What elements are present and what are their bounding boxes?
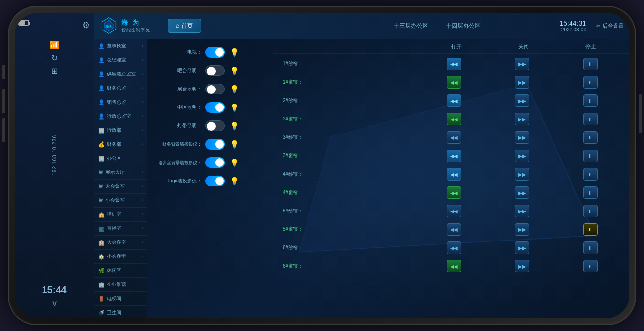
logo-proj-label: logo墙投影仪： (153, 178, 202, 184)
nav-item-broadcast[interactable]: 📺 直播室 › (94, 222, 147, 236)
app-header: 海为 海 为 智能控制系统 ⌂ 首页 十三层办公区 十四层办公区 (94, 13, 629, 39)
open-button-1sha[interactable]: ◀◀ (447, 58, 461, 70)
nav-sidebar: 👤 董事长室 › 👤 总经理室 › 👤 供应链总监室 › (94, 39, 147, 318)
main-area: 👤 董事长室 › 👤 总经理室 › 👤 供应链总监室 › (94, 39, 629, 318)
nav-item-lounge-large[interactable]: 🏨 大会客室 › (94, 236, 147, 250)
floor14-nav[interactable]: 十四层办公区 (442, 20, 484, 32)
toggle-knob (215, 103, 224, 112)
bar-toggle[interactable] (205, 65, 225, 76)
close-button-2sha[interactable]: ▶▶ (515, 94, 529, 107)
volume-up-button[interactable] (2, 89, 5, 113)
display-label: 展台照明： (153, 86, 202, 92)
nav-item-rest[interactable]: 🌿 休闲区 (94, 264, 147, 278)
floor13-nav[interactable]: 十三层办公区 (390, 20, 432, 32)
wifi-icon: 📶 (49, 40, 59, 49)
volume-down-button[interactable] (2, 118, 5, 142)
close-button-3sha[interactable]: ▶▶ (515, 131, 529, 144)
power-button[interactable] (639, 94, 642, 133)
nav-item-sales[interactable]: 👤 销售总监 › (94, 95, 147, 109)
close-button-1chuang[interactable]: ▶▶ (515, 76, 529, 89)
close-button-3chuang[interactable]: ▶▶ (515, 150, 529, 162)
close-button-6chuang[interactable]: ▶▶ (515, 260, 529, 272)
close-button-6sha[interactable]: ▶▶ (515, 241, 529, 254)
stop-button-5chuang[interactable]: ⏸ (583, 223, 598, 236)
curtain-row-1sha: 1#纱帘： ◀◀ ▶▶ ⏸ (273, 55, 629, 73)
center-toggle[interactable] (205, 102, 225, 113)
curtain-label-1sha: 1#纱帘： (278, 60, 420, 67)
stop-button-4chuang[interactable]: ⏸ (583, 186, 598, 199)
strip-toggle[interactable] (205, 120, 225, 131)
close-button-5chuang[interactable]: ▶▶ (515, 223, 529, 236)
stop-button-3chuang[interactable]: ⏸ (583, 150, 598, 162)
refresh-icon[interactable]: ↻ (51, 53, 58, 62)
nav-item-gm[interactable]: 👤 总经理室 › (94, 53, 147, 67)
open-button-3sha[interactable]: ◀◀ (447, 131, 461, 144)
curtain-headers: 打开 关闭 停止 (273, 43, 629, 54)
nav-item-admin-dept[interactable]: 🏢 行政部 › (94, 123, 147, 137)
stop-button-3sha[interactable]: ⏸ (583, 131, 598, 144)
stop-button-2chuang[interactable]: ⏸ (583, 113, 598, 125)
open-button-3chuang[interactable]: ◀◀ (447, 150, 461, 162)
gear-icon[interactable]: ⚙ (82, 20, 90, 30)
nav-item-conf-large[interactable]: 🏛 大会议室 › (94, 180, 147, 194)
train-proj-toggle[interactable] (205, 157, 225, 168)
nav-item-finance-dept[interactable]: 💰 财务部 › (94, 137, 147, 151)
open-button-1chuang[interactable]: ◀◀ (447, 76, 461, 89)
header-time: 15:44:31 (560, 19, 586, 27)
nav-item-training[interactable]: 🏫 培训室 › (94, 208, 147, 222)
curtain-row-1chuang: 1#窗帘： ◀◀ ▶▶ ⏸ (273, 73, 629, 91)
open-button-5sha[interactable]: ◀◀ (447, 205, 461, 217)
close-button-1sha[interactable]: ▶▶ (515, 58, 529, 70)
signal-icons: 📶 ↻ ⊞ (49, 40, 59, 75)
nav-item-restroom[interactable]: 🚿 卫生间 (94, 306, 147, 318)
close-button-2chuang[interactable]: ▶▶ (515, 113, 529, 125)
stop-button-4sha[interactable]: ⏸ (583, 168, 598, 181)
open-button-4chuang[interactable]: ◀◀ (447, 186, 461, 199)
nav-item-exhibition[interactable]: 🏛 展示大厅 › (94, 166, 147, 180)
nav-item-elevator[interactable]: 🚪 电梯间 (94, 292, 147, 306)
close-button-5sha[interactable]: ▶▶ (515, 205, 529, 217)
stop-button-6sha[interactable]: ⏸ (583, 241, 598, 254)
nav-item-conf-small[interactable]: 🏛 小会议室 › (94, 194, 147, 208)
stop-button-2sha[interactable]: ⏸ (583, 94, 598, 107)
building-icon: 🏢 (98, 127, 105, 134)
close-button-4sha[interactable]: ▶▶ (515, 168, 529, 181)
nav-item-office[interactable]: 🏢 办公区 (94, 151, 147, 166)
tv-toggle[interactable] (205, 47, 225, 58)
open-button-2sha[interactable]: ◀◀ (447, 94, 461, 107)
volume-mute-button[interactable] (2, 65, 5, 79)
nav-item-lounge-small[interactable]: 🏠 小会客室 › (94, 250, 147, 264)
stop-button-1chuang[interactable]: ⏸ (583, 76, 598, 89)
nav-item-company[interactable]: 🏢 企业景瑞 (94, 278, 147, 292)
open-button-2chuang[interactable]: ◀◀ (447, 113, 461, 125)
display-toggle[interactable] (205, 84, 225, 94)
stop-button-1sha[interactable]: ⏸ (583, 58, 598, 70)
open-button-6chuang[interactable]: ◀◀ (447, 260, 461, 272)
close-button-4chuang[interactable]: ▶▶ (515, 186, 529, 199)
nav-item-supply[interactable]: 👤 供应链总监室 › (94, 67, 147, 81)
curtain-row-2sha: 2#纱帘： ◀◀ ▶▶ ⏸ (273, 91, 629, 110)
stop-button-5sha[interactable]: ⏸ (583, 205, 598, 217)
nav-item-finance-dir[interactable]: 👤 财务总监 › (94, 81, 147, 95)
ios-sidebar: ⚙ 📶 ↻ ⊞ 192.168.10.236 15:44 ∨ (15, 13, 94, 318)
open-button-5chuang[interactable]: ◀◀ (447, 223, 461, 236)
stop-button-6chuang[interactable]: ⏸ (583, 260, 598, 272)
toggle-knob (215, 158, 224, 167)
finance-proj-toggle[interactable] (205, 139, 225, 150)
chevron-down-icon[interactable]: ∨ (51, 298, 58, 309)
curtain-label-1chuang: 1#窗帘： (278, 79, 420, 86)
open-button-6sha[interactable]: ◀◀ (447, 241, 461, 254)
settings-button[interactable]: ✂ 后台设置 (596, 22, 624, 30)
training-icon: 🏫 (98, 211, 105, 218)
toggle-knob (207, 85, 216, 94)
tab-home[interactable]: ⌂ 首页 (168, 19, 201, 33)
finance-proj-label: 财务背景墙投影仪： (153, 141, 202, 148)
logo-proj-toggle[interactable] (205, 176, 225, 186)
person-icon: 👤 (98, 113, 105, 120)
strip-label: 灯带照明： (153, 122, 202, 129)
separator (591, 18, 591, 33)
open-button-4sha[interactable]: ◀◀ (447, 168, 461, 181)
center-label: 中区照明： (153, 104, 202, 111)
nav-item-chairman[interactable]: 👤 董事长室 › (94, 39, 147, 53)
nav-item-admin-dir[interactable]: 👤 行政总监室 › (94, 109, 147, 123)
